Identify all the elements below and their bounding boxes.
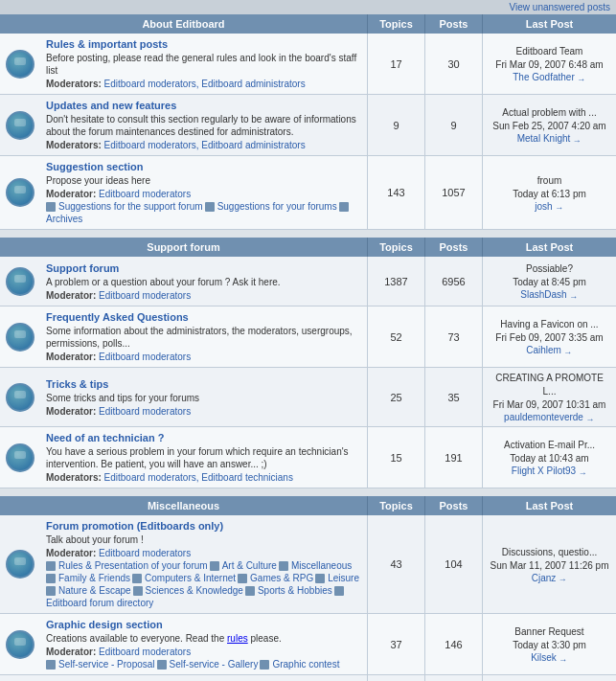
subforum-link[interactable]: Suggestions for your forums	[217, 201, 337, 212]
section-spacer	[0, 488, 616, 496]
rules-link[interactable]: rules	[227, 633, 248, 644]
posts-count: 1057	[424, 156, 482, 229]
forum-name-link[interactable]: Support forum	[46, 262, 361, 274]
subforum-link[interactable]: Archives	[46, 214, 82, 224]
subforum-icon	[46, 586, 56, 596]
last-post-arrow-icon	[578, 466, 587, 476]
forum-name-link[interactable]: Need of an technician ?	[46, 432, 361, 443]
last-post-cell: Actual problem with ... Sun Feb 25, 2007…	[482, 95, 616, 155]
last-post-cell: Possiable? Today at 8:45 pm SlashDash	[482, 257, 616, 306]
topics-count: 52	[367, 306, 424, 367]
moderator-link[interactable]: Editboard moderators, Editboard technici…	[104, 472, 293, 483]
topics-count: 43	[367, 515, 424, 613]
last-post-date: Today at 6:13 pm	[513, 188, 586, 201]
subforum-icon	[245, 586, 255, 596]
subforum-link[interactable]: Sciences & Knowledge	[146, 585, 243, 596]
last-post-user-link[interactable]: Kilsek	[531, 652, 557, 663]
moderator-link[interactable]: Editboard moderators	[99, 352, 191, 362]
forum-name-link[interactable]: Frequently Asked Questions	[46, 311, 361, 323]
table-row: Need of an technician ?You have a seriou…	[0, 427, 616, 488]
forum-moderators: Moderators: Editboard moderators, Editbo…	[46, 140, 361, 150]
last-post-cell: Topic to express you... Today at 5:43 pm…	[482, 675, 616, 681]
forum-name-link[interactable]: Forum promotion (Editboards only)	[46, 520, 361, 532]
subforum-link[interactable]: Graphic contest	[272, 659, 339, 670]
subforum-link[interactable]: Suggestions for the support forum	[58, 201, 203, 212]
subforum-link[interactable]: Rules & Presentation of your forum	[58, 560, 208, 571]
posts-count: 9	[424, 95, 482, 155]
section-title: About Editboard	[0, 14, 367, 34]
topics-count: 17	[367, 34, 424, 94]
section-header-misc: Miscellaneous Topics Posts Last Post	[0, 496, 616, 515]
last-post-date: Fri Mar 09, 2007 6:48 am	[495, 58, 603, 72]
section-header-support: Support forum Topics Posts Last Post	[0, 238, 616, 257]
last-post-title: CREATING A PROMOTE L...	[489, 372, 610, 398]
last-post-cell: Editboard Team Fri Mar 09, 2007 6:48 am …	[482, 34, 616, 94]
subforum-link[interactable]: Art & Culture	[222, 560, 277, 571]
forum-name-link[interactable]: Graphic design section	[46, 619, 361, 630]
subforum-icon	[279, 561, 288, 571]
subforum-icon	[210, 561, 219, 571]
top-bar: View unanswered posts	[0, 0, 616, 14]
forum-icon-cell	[0, 34, 40, 94]
last-post-user-link[interactable]: Metal Knight	[517, 133, 571, 144]
forum-name-link[interactable]: Updates and new features	[46, 100, 361, 111]
topics-count: 37	[367, 614, 424, 674]
moderator-link[interactable]: Editboard moderators	[99, 290, 191, 301]
forum-description: Some information about the administrator…	[46, 325, 361, 350]
subforum-link[interactable]: Games & RPG	[250, 573, 313, 583]
posts-count: 146	[424, 614, 482, 674]
last-post-user-link[interactable]: josh	[535, 201, 552, 212]
forum-status-icon	[6, 383, 34, 412]
forum-info: Updates and new featuresDon't hesitate t…	[40, 95, 367, 155]
last-post-user-link[interactable]: The Godfather	[513, 72, 574, 82]
forum-description: Propose your ideas here	[46, 174, 361, 187]
subforum-link[interactable]: Leisure	[328, 573, 359, 583]
forum-moderators: Moderator: Editboard moderators	[46, 548, 361, 558]
subforum-link[interactable]: Editboard forum directory	[46, 598, 153, 608]
subforum-icon	[339, 202, 349, 212]
subforum-link[interactable]: Sports & Hobbies	[258, 585, 332, 596]
moderator-link[interactable]: Editboard moderators, Editboard administ…	[104, 140, 306, 150]
subforum-link[interactable]: Self-service - Gallery	[170, 659, 259, 670]
forum-moderators: Moderators: Editboard moderators, Editbo…	[46, 472, 361, 483]
last-post-user-link[interactable]: pauldemonteverde	[504, 412, 583, 422]
posts-count: 35	[424, 368, 482, 426]
subforum-link[interactable]: Miscellaneous	[291, 560, 352, 571]
last-post-user-link[interactable]: Flight X Pilot93	[512, 465, 576, 476]
forum-status-icon	[6, 267, 34, 296]
table-row: Graphic design sectionCreations availabl…	[0, 614, 616, 675]
forum-name-link[interactable]: Tricks & tips	[46, 378, 361, 390]
last-post-date: Fri Feb 09, 2007 3:35 am	[495, 331, 603, 345]
col-topics: Topics	[367, 238, 424, 257]
last-post-title: Banner Request	[514, 625, 583, 639]
last-post-title: Having a Favicon on ...	[500, 318, 598, 331]
forum-info: Need of an technician ?You have a seriou…	[40, 427, 367, 488]
last-post-title: Possiable?	[526, 262, 573, 276]
moderator-link[interactable]: Editboard moderators	[99, 189, 191, 199]
forum-container: About Editboard Topics Posts Last Post R…	[0, 14, 616, 681]
subforum-link[interactable]: Self-service - Proposal	[58, 659, 155, 670]
subforum-icon	[133, 586, 143, 596]
subforum-link[interactable]: Family & Friends	[58, 573, 130, 583]
last-post-arrow-icon	[555, 201, 564, 211]
last-post-user-link[interactable]: SlashDash	[520, 289, 566, 300]
forum-name-link[interactable]: Rules & important posts	[46, 38, 361, 50]
moderator-link[interactable]: Editboard moderators	[99, 548, 191, 558]
last-post-user-link[interactable]: Caihlem	[526, 345, 561, 355]
subforum-link[interactable]: Nature & Escape	[58, 585, 131, 596]
posts-count: 191	[424, 427, 482, 488]
forum-name-link[interactable]: Suggestion section	[46, 161, 361, 172]
last-post-date: Today at 8:45 pm	[513, 276, 586, 289]
forum-icon-cell	[0, 675, 40, 681]
moderator-link[interactable]: Editboard moderators	[99, 647, 191, 657]
col-posts: Posts	[424, 496, 482, 515]
forum-sublinks: Self-service - Proposal Self-service - G…	[46, 659, 361, 670]
unanswered-posts-link[interactable]: View unanswered posts	[510, 2, 610, 12]
moderator-link[interactable]: Editboard moderators	[99, 406, 191, 417]
last-post-cell: Discussions, questio... Sun Mar 11, 2007…	[482, 515, 616, 613]
last-post-user-link[interactable]: Cjanz	[532, 573, 557, 583]
last-post-arrow-icon	[572, 134, 582, 144]
moderator-link[interactable]: Editboard moderators, Editboard administ…	[104, 79, 306, 89]
subforum-link[interactable]: Computers & Internet	[145, 573, 236, 583]
table-row: General DiscussionsTo talk about anythin…	[0, 675, 616, 681]
